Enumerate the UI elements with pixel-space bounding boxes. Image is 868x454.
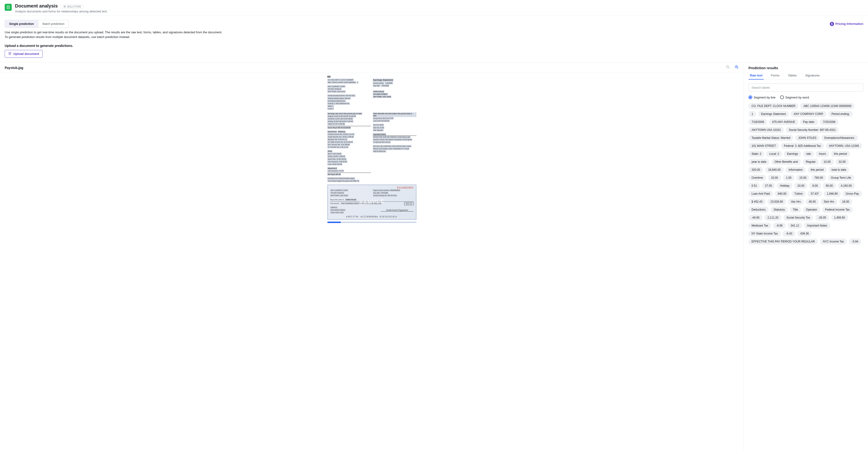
result-chip[interactable]: 1 [748, 111, 756, 117]
result-chip[interactable]: 80.00 [823, 183, 836, 189]
result-chip[interactable]: Social Security Tax [783, 215, 813, 221]
result-chip[interactable]: Statutory [771, 207, 788, 213]
result-chip[interactable]: year to date [748, 159, 769, 165]
preview-text: EFFECTIVE THIS PAY PERIOD YOUR REGULAR [373, 136, 411, 138]
result-chip[interactable]: 8.00 [809, 183, 821, 189]
result-chip[interactable]: CO. FILE DEPT. CLOCK NUMBER [748, 103, 798, 109]
results-tab-tables[interactable]: Tables [786, 72, 798, 80]
result-chip[interactable]: Important Notes [804, 223, 830, 229]
result-chip[interactable]: Period ending: [828, 111, 852, 117]
result-chip[interactable]: 1,458.60 [831, 215, 848, 221]
result-chip[interactable]: 10.00 [794, 183, 807, 189]
result-chip[interactable]: -28.05 [815, 215, 829, 221]
result-chip[interactable]: Sick Hrs [821, 199, 837, 205]
check-number: E%%S881R03 [330, 187, 413, 189]
segment-by-word-radio[interactable]: Segment by word [780, 95, 809, 99]
result-chip[interactable]: Group Term Life [828, 175, 854, 181]
result-chip[interactable]: 23,526.80 [768, 199, 786, 205]
result-chip[interactable]: Federal Income Tax [822, 207, 853, 213]
result-chip[interactable]: Pay date: [800, 119, 818, 125]
result-chip[interactable]: 7/25/2008 [820, 119, 838, 125]
result-chip[interactable]: this period [808, 167, 827, 173]
result-chip[interactable]: $ 452.43 [748, 199, 766, 205]
result-chip[interactable]: NYC Income Tax [820, 238, 847, 245]
result-chip[interactable]: 27.00 [762, 183, 775, 189]
upload-document-button[interactable]: Upload document [5, 50, 43, 58]
result-chip[interactable]: NY State Income Tax [748, 230, 781, 237]
result-chip[interactable]: Taxable Marital Status: Married [748, 135, 793, 141]
search-labels-input[interactable] [748, 84, 863, 92]
result-chip[interactable]: 15.00 [796, 175, 809, 181]
result-chip[interactable]: -40.60 [748, 215, 763, 221]
preview-text: TO $10.00 PER HOUR. [373, 141, 391, 143]
results-tab-signatures[interactable]: Signatures [804, 72, 821, 80]
result-chip[interactable]: Social Security Number: 987-65-4321 [786, 127, 839, 133]
result-chip[interactable]: 438.36 [797, 230, 812, 237]
result-chip[interactable]: Information [785, 167, 806, 173]
segment-by-line-radio[interactable]: Segment by line [748, 95, 775, 99]
result-chip[interactable]: Federal: 3. $25 Additional Tax [781, 143, 824, 149]
result-chip[interactable]: 40.00 [806, 199, 819, 205]
result-chip[interactable]: 2,111.20 [765, 215, 781, 221]
result-chip[interactable]: ANYTOWN USA 10101 [748, 127, 784, 133]
result-chip[interactable]: this period [831, 151, 850, 157]
result-chip[interactable]: Loan Amt Paid [748, 191, 773, 197]
tab-batch-prediction[interactable]: Batch prediction [38, 20, 68, 27]
result-chip[interactable]: 16.00 [839, 199, 852, 205]
result-chip[interactable]: ANYTOWN, USA 12345 [826, 143, 862, 149]
result-chip[interactable]: 10.00 [820, 159, 834, 165]
document-viewer[interactable]: CO. FILE DEPT. CLOCK NUMBER ABC 126543 1… [0, 73, 744, 451]
result-chip[interactable]: 341.12 [787, 223, 802, 229]
preview-text: Stock Plan -15.00 150.00 [328, 158, 347, 161]
result-chip[interactable]: 320.00 [748, 167, 763, 173]
result-chip[interactable]: ANY COMPANY CORP. [790, 111, 827, 117]
result-chip[interactable]: -6.56 [773, 223, 785, 229]
result-chip[interactable]: total to date [829, 167, 849, 173]
result-chip[interactable]: JOHN STILES [795, 135, 819, 141]
result-chip[interactable]: Title [790, 207, 801, 213]
result-chip[interactable]: -8.43 [783, 230, 795, 237]
result-chip[interactable]: 7/18/2008 [748, 119, 767, 125]
result-chip[interactable]: Deductions [748, 207, 769, 213]
result-chip[interactable]: 15.00 [768, 175, 781, 181]
result-chip[interactable]: hours [816, 151, 829, 157]
result-chip[interactable]: rate [803, 151, 814, 157]
result-chip[interactable]: 780.00 [811, 175, 826, 181]
result-chip[interactable]: Vac Hrs [788, 199, 804, 205]
result-chip[interactable]: 32.00 [836, 159, 849, 165]
results-tab-raw-text[interactable]: Raw text [748, 72, 764, 80]
result-chip[interactable]: ABC 126543 123456 12345 00000000 [800, 103, 855, 109]
result-chip[interactable]: EFFECTIVE THIS PAY PERIOD YOUR REGULAR [748, 238, 818, 245]
result-chip[interactable]: 0.51 [748, 183, 760, 189]
result-chip[interactable]: 840.00 [775, 191, 789, 197]
result-chip[interactable]: Earnings Statement [758, 111, 789, 117]
results-tab-forms[interactable]: Forms [769, 72, 781, 80]
result-chip[interactable]: -5.94 [849, 238, 861, 245]
pricing-information-link[interactable]: $ Pricing Information [830, 22, 863, 26]
result-chip[interactable]: Tuition [792, 191, 806, 197]
result-chip[interactable]: 1,946.80 [824, 191, 841, 197]
result-chip[interactable]: Other Benefits and [771, 159, 801, 165]
result-chip[interactable]: Local: 2 [766, 151, 782, 157]
result-chip[interactable]: Overtime [748, 175, 766, 181]
preview-text: Title Operator [373, 129, 384, 132]
result-chip[interactable]: 101 MAIN STREET [748, 143, 779, 149]
result-chip[interactable]: Regular [803, 159, 818, 165]
result-chip[interactable]: State: 2 [748, 151, 764, 157]
zoom-in-icon[interactable] [735, 65, 739, 70]
result-chip[interactable]: 475 ANY AVENUE [769, 119, 798, 125]
result-chip[interactable]: Earnings [784, 151, 801, 157]
result-chip[interactable]: Gross Pay [843, 191, 862, 197]
result-chip[interactable]: Holiday [777, 183, 792, 189]
result-chip[interactable]: 37.43* [808, 191, 822, 197]
preview-text: Pay date: [373, 84, 381, 87]
result-chip[interactable]: Exemptions/Allowances: [822, 135, 858, 141]
zoom-out-icon[interactable] [726, 65, 730, 70]
result-chip[interactable]: 1.00 [783, 175, 795, 181]
result-chip[interactable]: Operator [803, 207, 820, 213]
result-chip[interactable]: Medicare Tax [748, 223, 771, 229]
result-chip[interactable]: 4,160.00 [838, 183, 855, 189]
preview-text: ANY COMPANY CORP. [328, 85, 346, 88]
result-chip[interactable]: 16,640.00 [765, 167, 784, 173]
tab-single-prediction[interactable]: Single prediction [5, 20, 38, 27]
